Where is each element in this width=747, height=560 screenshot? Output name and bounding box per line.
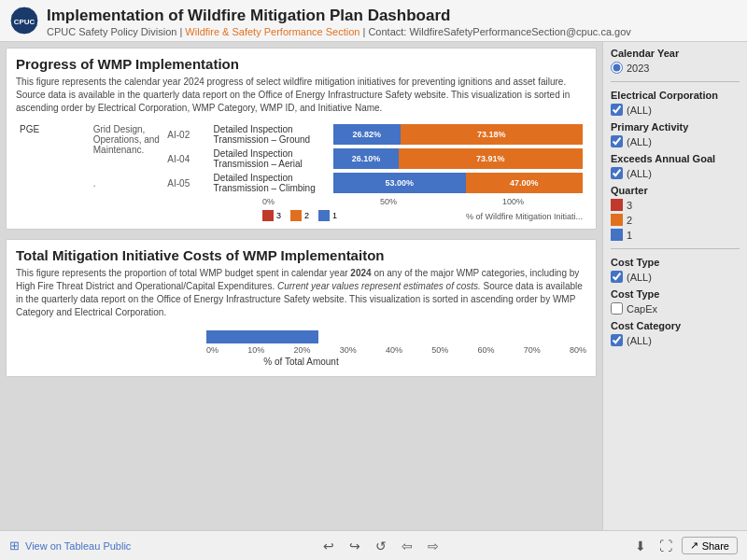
bottom-bar-row: [16, 330, 586, 343]
bar-blue-3: 53.00%: [333, 173, 465, 193]
tableau-icon: ⊞: [9, 539, 20, 553]
checkbox-capex[interactable]: [611, 302, 623, 315]
quarter-2: 2: [611, 214, 740, 226]
bar-row3: 53.00% 47.00%: [333, 173, 583, 193]
left-content: Progress of WMP Implementation This figu…: [0, 42, 602, 530]
wmp-progress-desc: This figure represents the calendar year…: [16, 76, 586, 115]
filter-label-calendar-year: Calendar Year: [611, 48, 740, 59]
filter-cost-type-1: Cost Type (ALL): [611, 257, 740, 283]
legend-color-2: [290, 210, 302, 221]
svg-text:CPUC: CPUC: [14, 18, 35, 26]
contact-label: Contact: WildfireSafetyPerformanceSectio…: [368, 26, 630, 37]
checkbox-exceeds-all[interactable]: [611, 167, 623, 179]
checkbox-cost-cat-all[interactable]: [611, 334, 623, 346]
refresh-button[interactable]: ↺: [372, 537, 390, 555]
filter-label-primary: Primary Activity: [611, 121, 740, 133]
filter-electrical-corp: Electrical Corporation (ALL): [611, 90, 740, 116]
checkbox-capex-label: CapEx: [627, 303, 657, 315]
filter-label-cost-category: Cost Category: [611, 320, 740, 331]
filter-option-primary-all[interactable]: (ALL): [611, 135, 740, 147]
main-content: Progress of WMP Implementation This figu…: [0, 42, 747, 530]
filter-cost-type-2: Cost Type CapEx: [611, 288, 740, 315]
filter-label-quarter: Quarter: [611, 185, 740, 196]
legend-item-1: 1: [318, 210, 337, 221]
tableau-public-link[interactable]: View on Tableau Public: [25, 540, 131, 552]
quarter-2-color: [611, 214, 623, 226]
legend-item-3: 3: [262, 210, 281, 221]
checkbox-primary-all[interactable]: [611, 135, 623, 147]
bottom-chart-area: 0% 10% 20% 30% 40% 50% 60% 70% 80% % of …: [16, 327, 586, 369]
footer-nav-buttons: ↩ ↪ ↺ ⇦ ⇨: [319, 537, 443, 555]
filter-option-exceeds-all[interactable]: (ALL): [611, 167, 740, 179]
total-costs-desc: This figure represents the proportion of…: [16, 267, 586, 319]
nav-prev-button[interactable]: ⇦: [398, 537, 416, 555]
undo-button[interactable]: ↩: [319, 537, 338, 555]
download-button[interactable]: ⬇: [631, 537, 650, 555]
bottom-x-labels: 0% 10% 20% 30% 40% 50% 60% 70% 80%: [206, 345, 586, 355]
bar-orange-2: 73.91%: [399, 148, 583, 169]
filter-label-exceeds: Exceeds Annual Goal: [611, 153, 740, 164]
nav-next-button[interactable]: ⇨: [424, 537, 443, 555]
quarter-1-label: 1: [627, 230, 632, 241]
bar-blue-1: 26.82%: [333, 124, 401, 145]
footer-toolbar: ⊞ View on Tableau Public ↩ ↪ ↺ ⇦ ⇨ ⬇ ⛶ ↗…: [0, 530, 747, 560]
quarter-3-label: 3: [627, 200, 632, 211]
bar-blue-2: 26.10%: [333, 148, 399, 169]
sidebar: Calendar Year 2023 Electrical Corporatio…: [602, 42, 747, 530]
radio-2023[interactable]: [611, 62, 623, 74]
filter-option-capex[interactable]: CapEx: [611, 302, 740, 315]
wmp-progress-panel: Progress of WMP Implementation This figu…: [6, 48, 597, 230]
bar-orange-3: 47.00%: [466, 173, 583, 193]
checkbox-exceeds-all-label: (ALL): [627, 168, 652, 179]
header: CPUC Implementation of Wildfire Mitigati…: [0, 0, 747, 42]
share-icon: ↗: [690, 539, 698, 552]
checkbox-cost-all-1[interactable]: [611, 271, 623, 283]
header-subtitle: CPUC Safety Policy Division | Wildfire &…: [47, 26, 631, 37]
divider-2: [611, 248, 740, 249]
redo-button[interactable]: ↪: [345, 537, 364, 555]
legend-item-2: 2: [290, 210, 309, 221]
bar-orange-1: 73.18%: [401, 124, 583, 145]
section-link[interactable]: Wildfire & Safety Performance Section: [185, 26, 359, 37]
footer-right: ⬇ ⛶ ↗ Share: [631, 537, 738, 555]
quarter-3-color: [611, 199, 623, 211]
filter-label-elec-corp: Electrical Corporation: [611, 90, 740, 101]
wmp-chart-area: PGE Grid Design, Operations, and Mainten…: [16, 122, 586, 221]
checkbox-cost-all-1-label: (ALL): [627, 272, 652, 283]
quarter-3: 3: [611, 199, 740, 211]
legend-color-1: [318, 210, 330, 221]
fullscreen-button[interactable]: ⛶: [655, 537, 676, 555]
filter-label-cost-type-2: Cost Type: [611, 288, 740, 300]
total-costs-panel: Total Mitigation Initiative Costs of WMP…: [6, 239, 597, 377]
checkbox-elec-all[interactable]: [611, 104, 623, 116]
filter-calendar-year: Calendar Year 2023: [611, 48, 740, 74]
bottom-x-title: % of Total Amount: [16, 357, 586, 367]
checkbox-elec-all-label: (ALL): [627, 105, 652, 116]
dashboard: CPUC Implementation of Wildfire Mitigati…: [0, 0, 747, 560]
divider-1: [611, 81, 740, 82]
filter-label-cost-type-1: Cost Type: [611, 257, 740, 268]
cpuc-logo: CPUC: [9, 6, 39, 35]
table-row: PGE Grid Design, Operations, and Mainten…: [16, 122, 586, 147]
radio-2023-label: 2023: [627, 63, 649, 74]
bar-row1: 26.82% 73.18%: [333, 124, 583, 145]
filter-option-2023[interactable]: 2023: [611, 62, 740, 74]
filter-cost-category: Cost Category (ALL): [611, 320, 740, 346]
checkbox-cost-cat-all-label: (ALL): [627, 335, 652, 346]
share-label: Share: [702, 540, 729, 552]
filter-exceeds-goal: Exceeds Annual Goal (ALL): [611, 153, 740, 179]
table-row: . AI-05 Detailed InspectionTransmission …: [16, 171, 586, 195]
header-text: Implementation of Wildfire Mitigation Pl…: [47, 6, 631, 37]
wmp-chart-table: PGE Grid Design, Operations, and Mainten…: [16, 122, 586, 195]
filter-option-cost-cat-all[interactable]: (ALL): [611, 334, 740, 346]
filter-option-elec-all[interactable]: (ALL): [611, 104, 740, 116]
total-costs-title: Total Mitigation Initiative Costs of WMP…: [16, 247, 586, 263]
wmp-progress-title: Progress of WMP Implementation: [16, 56, 586, 72]
chart-footer-top: % of Wildfire Mitigation Initiati...: [466, 212, 583, 221]
filter-option-cost-all-1[interactable]: (ALL): [611, 271, 740, 283]
share-button[interactable]: ↗ Share: [682, 537, 738, 554]
dashboard-title: Implementation of Wildfire Mitigation Pl…: [47, 6, 631, 26]
quarter-2-label: 2: [627, 215, 632, 226]
legend-color-3: [262, 210, 274, 221]
footer-left: ⊞ View on Tableau Public: [9, 539, 131, 553]
